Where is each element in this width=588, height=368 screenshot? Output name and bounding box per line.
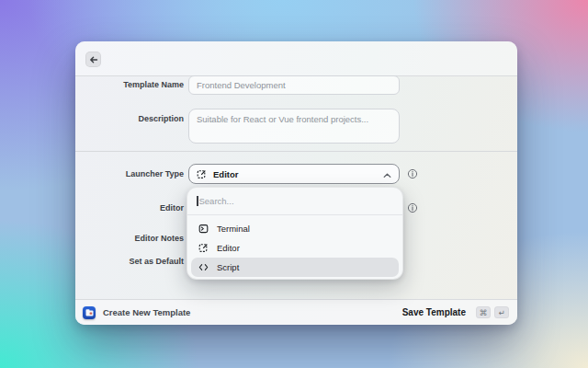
option-label: Script bbox=[217, 262, 239, 272]
save-template-button[interactable]: Save Template bbox=[402, 307, 466, 317]
option-script[interactable]: Script bbox=[191, 258, 399, 277]
option-terminal[interactable]: Terminal bbox=[191, 219, 399, 238]
text-caret bbox=[197, 196, 198, 206]
arrow-left-icon bbox=[89, 52, 98, 68]
launcher-type-info-icon[interactable] bbox=[406, 167, 419, 180]
template-name-label: Template Name bbox=[75, 79, 184, 90]
option-label: Terminal bbox=[217, 224, 250, 234]
launcher-type-dropdown: Terminal Editor Script bbox=[187, 187, 403, 280]
editor-info-icon[interactable] bbox=[406, 201, 419, 214]
create-template-window: Template Name Description Suitable for R… bbox=[75, 41, 517, 325]
script-icon bbox=[198, 262, 209, 272]
template-name-input[interactable] bbox=[188, 75, 400, 95]
chevron-up-icon bbox=[383, 166, 391, 182]
section-divider bbox=[75, 151, 517, 152]
launcher-type-select[interactable]: Editor bbox=[188, 164, 400, 184]
dropdown-search-input[interactable] bbox=[199, 196, 394, 206]
window-header bbox=[75, 41, 517, 76]
editor-label: Editor bbox=[75, 202, 184, 213]
command-key-icon: ⌘ bbox=[476, 306, 491, 318]
window-footer: Create New Template Save Template ⌘ ↵ bbox=[75, 299, 517, 325]
description-label: Description bbox=[75, 113, 184, 124]
return-key-icon: ↵ bbox=[494, 306, 509, 318]
editor-notes-label: Editor Notes bbox=[75, 233, 184, 244]
description-input[interactable]: Suitable for React or Vue frontend proje… bbox=[188, 109, 400, 144]
back-button[interactable] bbox=[85, 52, 101, 67]
option-editor[interactable]: Editor bbox=[191, 238, 399, 258]
app-icon bbox=[83, 306, 96, 319]
dropdown-search[interactable] bbox=[187, 188, 402, 215]
launcher-type-label: Launcher Type bbox=[75, 168, 184, 179]
dropdown-options: Terminal Editor Script bbox=[187, 215, 402, 277]
terminal-icon bbox=[198, 224, 209, 234]
option-label: Editor bbox=[217, 243, 240, 253]
set-as-default-label: Set as Default bbox=[75, 256, 184, 267]
editor-icon bbox=[198, 243, 209, 253]
editor-icon bbox=[197, 169, 207, 179]
footer-title: Create New Template bbox=[103, 307, 402, 317]
launcher-type-value: Editor bbox=[213, 169, 377, 179]
